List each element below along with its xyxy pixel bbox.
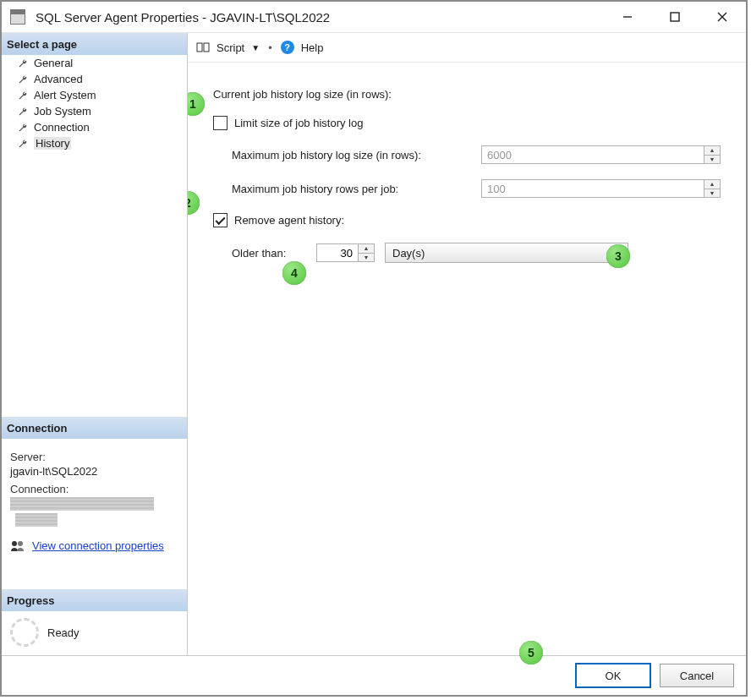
older-than-row: Older than: ▲▼ Day(s) ▾ (213, 243, 721, 263)
window-controls (604, 2, 746, 32)
max-per-job-row: Maximum job history rows per job: ▲▼ (213, 179, 721, 198)
script-icon (196, 41, 210, 54)
page-item-history[interactable]: History (2, 135, 187, 151)
page-item-label: Connection (34, 121, 90, 134)
svg-rect-6 (197, 43, 202, 52)
page-item-label: Advanced (34, 73, 83, 85)
page-item-job-system[interactable]: Job System (2, 103, 187, 119)
wrench-icon (17, 122, 29, 134)
wrench-icon (17, 138, 29, 150)
annotation-badge-1: 1 (188, 92, 205, 116)
connection-info: Server: jgavin-lt\SQL2022 Connection: Vi… (2, 439, 187, 555)
close-button[interactable] (699, 2, 746, 32)
max-log-row: Maximum job history log size (in rows): … (213, 145, 721, 164)
page-item-alert-system[interactable]: Alert System (2, 87, 187, 103)
script-button[interactable]: Script (217, 41, 244, 54)
older-than-input[interactable]: ▲▼ (316, 243, 375, 262)
svg-rect-7 (204, 43, 209, 52)
toolbar: Script ▼ • ? Help (188, 33, 746, 63)
spinner-icon[interactable]: ▲▼ (704, 145, 721, 164)
page-item-label: General (34, 57, 73, 69)
svg-point-4 (12, 541, 17, 546)
wrench-icon (17, 74, 29, 85)
title-bar: SQL Server Agent Properties - JGAVIN-LT\… (2, 2, 746, 33)
older-than-label: Older than: (232, 247, 306, 260)
maximize-button[interactable] (651, 2, 699, 32)
limit-size-checkbox[interactable] (213, 116, 227, 130)
main-panel: Script ▼ • ? Help 1 2 3 4 Current job hi… (188, 33, 746, 655)
max-per-job-label: Maximum job history rows per job: (232, 183, 481, 195)
window-title: SQL Server Agent Properties - JGAVIN-LT\… (36, 10, 604, 25)
page-item-connection[interactable]: Connection (2, 119, 187, 135)
help-icon: ? (281, 41, 294, 54)
minimize-button[interactable] (604, 2, 651, 32)
select-a-page-header: Select a page (2, 33, 187, 55)
max-log-label: Maximum job history log size (in rows): (232, 149, 481, 161)
older-than-unit-value: Day(s) (392, 247, 425, 260)
section-current-size: Current job history log size (in rows): (213, 88, 721, 101)
limit-size-row: Limit size of job history log (213, 116, 721, 130)
dialog-footer: 5 OK Cancel (2, 655, 746, 695)
view-connection-properties-link[interactable]: View connection properties (32, 539, 164, 552)
connection-value (10, 497, 178, 529)
remove-history-checkbox[interactable] (213, 213, 227, 227)
remove-history-row: Remove agent history: (213, 213, 721, 227)
wrench-icon (17, 90, 29, 101)
app-icon (10, 9, 25, 25)
spinner-icon[interactable]: ▲▼ (358, 243, 375, 262)
page-item-label: Alert System (34, 89, 96, 101)
annotation-badge-3: 3 (606, 244, 630, 268)
wrench-icon (17, 57, 29, 69)
people-icon (10, 540, 25, 552)
cancel-button[interactable]: Cancel (660, 664, 734, 687)
annotation-badge-5: 5 (519, 641, 543, 664)
page-item-advanced[interactable]: Advanced (2, 71, 187, 87)
connection-label: Connection: (10, 483, 178, 495)
svg-point-5 (18, 541, 23, 546)
server-label: Server: (10, 451, 178, 463)
progress-block: Ready (2, 611, 187, 655)
max-per-job-input[interactable]: ▲▼ (481, 179, 721, 198)
limit-size-label: Limit size of job history log (234, 117, 363, 129)
history-page: 1 2 3 4 Current job history log size (in… (188, 63, 746, 655)
ok-button[interactable]: OK (575, 663, 651, 688)
progress-status: Ready (47, 626, 79, 639)
progress-header: Progress (2, 589, 187, 611)
script-dropdown-arrow[interactable]: ▼ (251, 43, 260, 52)
max-log-input[interactable]: ▲▼ (481, 145, 721, 164)
older-than-unit-select[interactable]: Day(s) ▾ (385, 243, 628, 263)
svg-rect-1 (671, 13, 679, 21)
annotation-badge-2: 2 (188, 191, 200, 215)
page-list: General Advanced Alert System Job System… (2, 55, 187, 417)
client-area: Select a page General Advanced Alert Sys… (2, 33, 746, 655)
connection-header: Connection (2, 417, 187, 439)
wrench-icon (17, 106, 29, 118)
progress-spinner-icon (10, 618, 39, 647)
dialog-window: SQL Server Agent Properties - JGAVIN-LT\… (0, 0, 748, 697)
annotation-badge-4: 4 (282, 261, 306, 285)
page-item-general[interactable]: General (2, 55, 187, 71)
max-per-job-field[interactable] (481, 179, 704, 198)
max-log-field[interactable] (481, 145, 704, 164)
remove-history-label: Remove agent history: (234, 214, 344, 227)
spinner-icon[interactable]: ▲▼ (704, 179, 721, 198)
page-item-label: Job System (34, 105, 91, 118)
server-value: jgavin-lt\SQL2022 (10, 465, 178, 478)
help-button[interactable]: Help (301, 41, 324, 54)
side-panel: Select a page General Advanced Alert Sys… (2, 33, 188, 655)
older-than-field[interactable] (316, 243, 358, 262)
page-item-label: History (34, 137, 71, 150)
